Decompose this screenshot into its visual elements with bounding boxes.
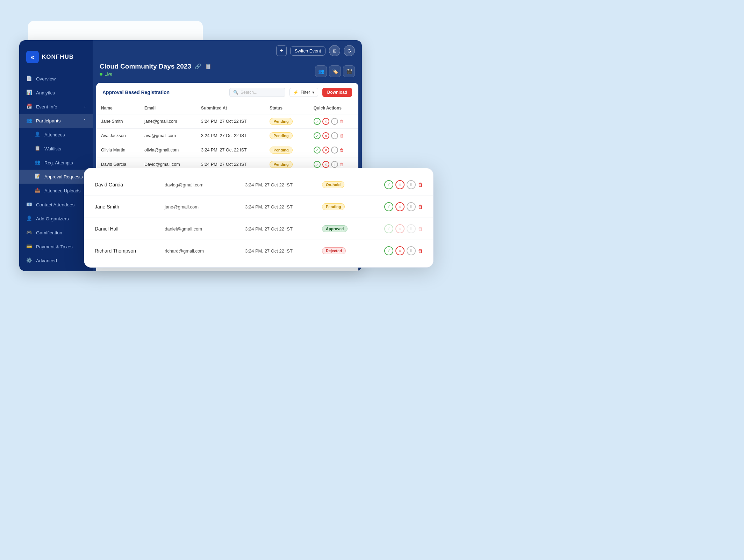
sidebar-item-label: Add Organizers [36, 216, 69, 221]
sidebar-item-label: Reg. Attempts [44, 160, 73, 165]
search-box[interactable]: 🔍 Search... [229, 88, 285, 97]
reject-button[interactable]: ✕ [322, 161, 329, 168]
event-action-icons: 👥 🏷️ 🎬 [315, 65, 355, 77]
sidebar-item-advanced[interactable]: ⚙️ Advanced › [19, 254, 93, 268]
reg-attempts-icon: 👥 [35, 160, 41, 166]
f-cell-email: davidg@gmail.com [165, 182, 245, 187]
grid-icon: ⊞ [333, 48, 337, 54]
video-button[interactable]: 🎬 [343, 65, 355, 77]
delete-button[interactable]: 🗑 [340, 119, 344, 124]
cell-name: Olivia Martin [96, 143, 140, 157]
f-reject-button[interactable]: ✕ [395, 202, 405, 211]
reject-button[interactable]: ✕ [322, 118, 329, 125]
f-hold-button[interactable]: ⏸ [407, 224, 416, 233]
topbar: + Switch Event ⊞ G [93, 40, 362, 61]
delete-button[interactable]: 🗑 [340, 133, 344, 138]
f-cell-email: jane@gmail.com [165, 204, 245, 210]
reject-button[interactable]: ✕ [322, 147, 329, 154]
grid-button[interactable]: ⊞ [329, 45, 340, 56]
f-delete-button[interactable]: 🗑 [418, 182, 423, 187]
switch-event-button[interactable]: Switch Event [290, 46, 326, 56]
event-header: Cloud Community Days 2023 🔗 📋 Live 👥 🏷️ … [93, 61, 362, 83]
attendee-uploads-icon: 📤 [35, 187, 41, 194]
delete-button[interactable]: 🗑 [340, 148, 344, 153]
analytics-icon: 📊 [26, 90, 33, 96]
f-hold-button[interactable]: ⏸ [407, 246, 416, 255]
chevron-icon: ˅ [84, 119, 86, 123]
f-delete-button[interactable]: 🗑 [418, 248, 423, 254]
f-cell-status: Rejected [322, 247, 364, 254]
col-status: Status [265, 102, 308, 114]
sidebar-item-participants[interactable]: 👥 Participants ˅ [19, 114, 93, 128]
sidebar-item-label: Attendee Uploads [44, 188, 80, 193]
sidebar-item-contact-attendees[interactable]: 📧 Contact Attendees › [19, 198, 93, 212]
f-cell-email: richard@gmail.com [165, 248, 245, 254]
sidebar-item-reg-attempts[interactable]: 👥 Reg. Attempts [19, 156, 93, 170]
sidebar-item-add-organizers[interactable]: 👤 Add Organizers [19, 212, 93, 226]
sidebar-item-attendees[interactable]: 👤 Attendees [19, 128, 93, 142]
sidebar-item-overview[interactable]: 📄 Overview [19, 72, 93, 86]
hold-button[interactable]: ⏸ [331, 132, 338, 139]
filter-chevron-icon: ▾ [312, 90, 314, 95]
participants-icon: 👥 [26, 118, 33, 124]
hold-button[interactable]: ⏸ [331, 147, 338, 154]
f-delete-button[interactable]: 🗑 [418, 226, 423, 232]
search-icon: 🔍 [233, 90, 238, 95]
cell-submitted: 3:24 PM, 27 Oct 22 IST [196, 129, 265, 143]
sidebar-item-approval-requests[interactable]: 📝 Approval Requests [19, 170, 93, 184]
sidebar-item-attendee-uploads[interactable]: 📤 Attendee Uploads [19, 184, 93, 198]
chevron-icon: › [85, 105, 86, 109]
attendees-view-button[interactable]: 👥 [315, 65, 327, 77]
status-badge: Pending [270, 132, 292, 139]
cell-email: ava@gmail.com [140, 129, 196, 143]
payment-taxes-icon: 💳 [26, 243, 33, 250]
f-approve-button[interactable]: ✓ [384, 202, 393, 211]
f-cell-time: 3:24 PM, 27 Oct 22 IST [245, 182, 322, 187]
sidebar-item-gamification[interactable]: 🎮 Gamification › [19, 226, 93, 240]
sidebar-item-event-info[interactable]: 📅 Event Info › [19, 100, 93, 114]
reject-button[interactable]: ✕ [322, 132, 329, 139]
f-hold-button[interactable]: ⏸ [407, 202, 416, 211]
overview-icon: 📄 [26, 76, 33, 82]
approve-button[interactable]: ✓ [314, 132, 321, 139]
f-cell-time: 3:24 PM, 27 Oct 22 IST [245, 248, 322, 254]
filter-button[interactable]: ⚡ Filter ▾ [289, 88, 318, 97]
floating-row: Richard Thompson richard@gmail.com 3:24 … [84, 240, 433, 262]
approve-button[interactable]: ✓ [314, 161, 321, 168]
sidebar-item-label: Approval Requests [44, 174, 83, 179]
f-approve-button[interactable]: ✓ [384, 246, 393, 255]
f-hold-button[interactable]: ⏸ [407, 180, 416, 189]
f-reject-button[interactable]: ✕ [395, 224, 405, 233]
f-reject-button[interactable]: ✕ [395, 246, 405, 255]
f-approve-button[interactable]: ✓ [384, 224, 393, 233]
add-button[interactable]: + [276, 45, 287, 56]
link-icon[interactable]: 🔗 [195, 63, 201, 70]
filter-icon: ⚡ [293, 90, 299, 95]
f-approve-button[interactable]: ✓ [384, 180, 393, 189]
cell-actions: ✓ ✕ ⏸ 🗑 [309, 129, 358, 143]
sidebar-item-apps[interactable]: 🔲 Apps › [19, 268, 93, 271]
approve-button[interactable]: ✓ [314, 147, 321, 154]
f-delete-button[interactable]: 🗑 [418, 204, 423, 210]
sidebar-nav: 📄 Overview 📊 Analytics 📅 Event Info › 👥 … [19, 72, 93, 271]
sidebar-item-analytics[interactable]: 📊 Analytics [19, 86, 93, 100]
copy-icon[interactable]: 📋 [205, 63, 212, 70]
user-avatar[interactable]: G [344, 45, 355, 56]
col-submitted: Submitted At [196, 102, 265, 114]
sidebar-item-label: Waitlists [44, 146, 61, 151]
sidebar-item-label: Event Info [36, 104, 57, 109]
delete-button[interactable]: 🗑 [340, 162, 344, 167]
f-reject-button[interactable]: ✕ [395, 180, 405, 189]
hold-button[interactable]: ⏸ [331, 161, 338, 168]
sidebar-item-payment-taxes[interactable]: 💳 Payment & Taxes › [19, 240, 93, 254]
approval-requests-icon: 📝 [35, 173, 41, 180]
hold-button[interactable]: ⏸ [331, 118, 338, 125]
cell-status: Pending [265, 143, 308, 157]
floating-row: David Garcia davidg@gmail.com 3:24 PM, 2… [84, 174, 433, 196]
sidebar-item-waitlists[interactable]: 📋 Waitlists [19, 142, 93, 156]
approve-button[interactable]: ✓ [314, 118, 321, 125]
tag-button[interactable]: 🏷️ [329, 65, 341, 77]
status-badge: Pending [322, 203, 345, 210]
event-info-icon: 📅 [26, 104, 33, 110]
download-button[interactable]: Download [322, 88, 352, 97]
